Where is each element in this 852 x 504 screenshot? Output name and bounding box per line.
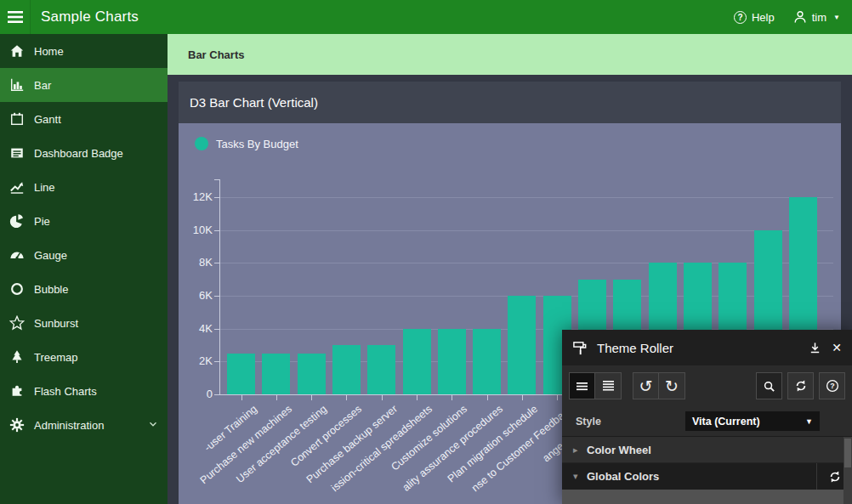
sidebar-item-gantt[interactable]: Gantt (0, 102, 168, 136)
x-axis-tick (487, 395, 488, 400)
y-axis-label: 2K (180, 354, 213, 367)
x-axis-tick (241, 395, 242, 400)
sidebar-item-treemap[interactable]: Treemap (0, 340, 168, 374)
badge-list-icon (9, 144, 26, 161)
bar[interactable] (227, 354, 255, 394)
sunburst-star-icon (9, 314, 26, 331)
redo-button[interactable]: ↻ (659, 372, 685, 399)
sidebar-item-line[interactable]: Line (0, 170, 168, 204)
help-roller-button[interactable]: ? (819, 372, 845, 399)
select-caret-down-icon: ▼ (805, 417, 813, 426)
dense-lines-icon (602, 380, 615, 392)
panel-header: D3 Bar Chart (Vertical) (179, 82, 841, 123)
bar[interactable] (403, 329, 431, 394)
bar[interactable] (438, 329, 466, 394)
refresh-button[interactable] (787, 372, 814, 399)
help-button[interactable]: ? Help (734, 11, 775, 24)
search-icon (763, 380, 775, 393)
view-compact-button[interactable] (569, 372, 595, 399)
accordion-color-wheel[interactable]: ▸ Color Wheel (562, 437, 852, 463)
undo-button[interactable]: ↺ (633, 372, 659, 399)
theme-roller-scrollbar[interactable] (843, 437, 852, 504)
x-axis-tick (557, 395, 558, 400)
theme-roller-content-strip (562, 490, 852, 504)
bar-chart-icon (9, 76, 26, 93)
sidebar-item-label: Sunburst (34, 317, 78, 330)
style-select[interactable]: Vita (Current) ▼ (685, 411, 820, 431)
download-icon[interactable] (809, 342, 821, 354)
y-axis-label: 8K (180, 256, 213, 269)
user-name: tim (812, 11, 826, 24)
sidebar-item-gauge[interactable]: Gauge (0, 238, 168, 272)
style-row: Style Vita (Current) ▼ (562, 406, 852, 437)
bar[interactable] (262, 354, 290, 394)
redo-icon: ↻ (665, 378, 679, 394)
x-axis-tick (311, 395, 312, 400)
x-axis-tick (417, 395, 417, 400)
puzzle-icon (9, 382, 26, 399)
bar[interactable] (298, 354, 326, 394)
style-label: Style (576, 416, 601, 428)
theme-roller-toolbar: ↺ ↻ ? (562, 365, 852, 406)
accordion-label: Color Wheel (587, 444, 651, 456)
sidebar-item-label: Line (34, 181, 55, 194)
sidebar-item-label: Dashboard Badge (34, 147, 123, 160)
y-axis-line (219, 179, 220, 394)
panel-title: D3 Bar Chart (Vertical) (190, 95, 318, 110)
bar[interactable] (508, 296, 536, 394)
y-axis-label: 6K (180, 289, 213, 302)
legend-label: Tasks By Budget (216, 138, 298, 150)
sidebar-item-sunburst[interactable]: Sunburst (0, 306, 168, 340)
refresh-icon (794, 379, 808, 393)
y-axis-label: 12K (180, 190, 213, 203)
sidebar-item-label: Flash Charts (34, 385, 97, 398)
chart-legend[interactable]: Tasks By Budget (195, 137, 298, 150)
sidebar-item-label: Bar (34, 79, 51, 92)
sidebar-item-label: Gauge (34, 249, 67, 262)
accordion-label: Global Colors (587, 470, 659, 483)
chevron-down-icon (147, 418, 159, 433)
x-axis-tick (276, 395, 277, 400)
theme-roller-header: Theme Roller ✕ (562, 330, 852, 365)
sidebar-item-bubble[interactable]: Bubble (0, 272, 168, 306)
x-axis-tick (346, 395, 347, 400)
user-icon (793, 10, 807, 24)
sidebar-item-label: Administration (34, 419, 104, 432)
chevron-down-icon: ▾ (573, 471, 587, 482)
bar[interactable] (332, 345, 361, 394)
sidebar-item-label: Home (34, 45, 64, 58)
bar[interactable] (367, 345, 395, 394)
sidebar-item-administration[interactable]: Administration (0, 408, 168, 442)
svg-text:?: ? (830, 382, 834, 390)
hamburger-menu-icon[interactable] (0, 0, 31, 34)
bar[interactable] (473, 329, 501, 394)
accordion-global-colors[interactable]: ▾ Global Colors (562, 463, 852, 490)
sidebar-item-flash-charts[interactable]: Flash Charts (0, 374, 168, 408)
y-axis-label: 10K (180, 224, 213, 236)
user-menu[interactable]: tim ▼ (793, 10, 840, 24)
sidebar-item-bar[interactable]: Bar (0, 68, 168, 102)
hamburger-icon (7, 10, 24, 24)
user-caret-down-icon: ▼ (833, 14, 840, 21)
sidebar-item-dashboard-badge[interactable]: Dashboard Badge (0, 136, 168, 170)
close-icon[interactable]: ✕ (832, 341, 842, 354)
breadcrumb-bar: Bar Charts (168, 34, 852, 75)
sidebar-item-pie[interactable]: Pie (0, 204, 168, 238)
view-detailed-button[interactable] (595, 372, 622, 399)
sidebar-item-label: Pie (34, 215, 50, 228)
sidebar-item-home[interactable]: Home (0, 34, 168, 68)
tree-icon (9, 348, 26, 365)
bubble-icon (9, 280, 26, 297)
refresh-icon (828, 470, 842, 484)
chevron-right-icon: ▸ (573, 445, 587, 456)
scrollbar-thumb[interactable] (844, 439, 851, 467)
y-axis-label: 4K (180, 322, 213, 335)
gridline (219, 230, 833, 231)
question-circle-icon: ? (826, 379, 839, 393)
gauge-icon (9, 246, 26, 263)
x-axis-tick (452, 395, 452, 400)
x-axis-tick (522, 395, 523, 400)
calendar-icon (9, 110, 26, 127)
pie-chart-icon (9, 212, 26, 229)
search-button[interactable] (756, 372, 782, 399)
